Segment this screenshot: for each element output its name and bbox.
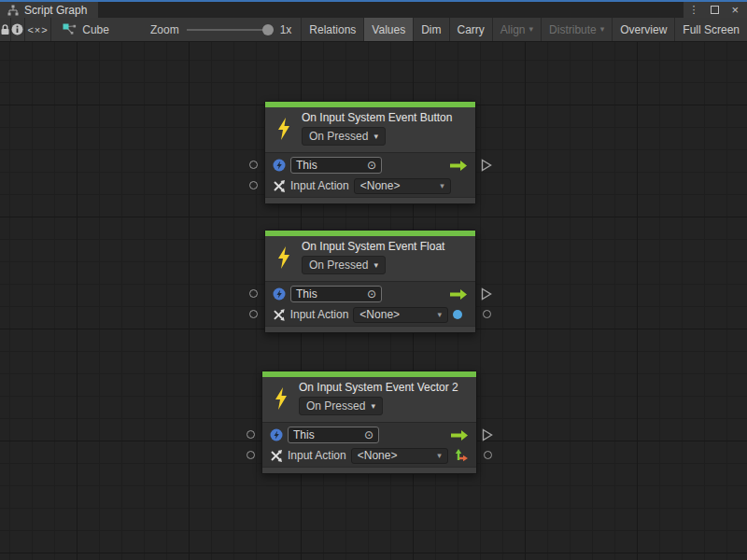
window-menu-icon[interactable]: ⋮ xyxy=(688,5,698,15)
toggle-values[interactable]: Values xyxy=(363,18,413,41)
node-body: This ⊙ Input Action xyxy=(265,152,475,197)
toggle-carry[interactable]: Carry xyxy=(449,18,492,41)
toggle-fullscreen[interactable]: Full Screen xyxy=(674,18,747,41)
event-type-dropdown[interactable]: On Pressed ▾ xyxy=(302,256,386,274)
input-action-label: Input Action xyxy=(290,179,349,192)
tab-script-graph[interactable]: Script Graph xyxy=(0,2,98,18)
unity-script-graph-window: Script Graph ⋮ × <×> xyxy=(0,0,747,560)
input-port-action[interactable] xyxy=(249,181,258,189)
window-focus-highlight xyxy=(0,0,747,2)
input-action-dropdown[interactable]: <None> ▾ xyxy=(354,178,451,194)
toggle-label: Relations xyxy=(309,23,356,36)
vector2-value-icon xyxy=(454,448,469,463)
lock-icon xyxy=(0,24,10,35)
caret-down-icon: ▾ xyxy=(437,452,442,460)
control-flow-arrow-icon xyxy=(450,288,468,301)
node-footer xyxy=(265,326,475,332)
graph-canvas[interactable]: On Input System Event Button On Pressed … xyxy=(0,42,747,560)
lock-button[interactable] xyxy=(0,18,11,41)
maximize-icon[interactable] xyxy=(711,6,719,14)
event-type-value: On Pressed xyxy=(306,399,365,413)
input-port-action[interactable] xyxy=(247,451,255,459)
caret-down-icon: ▾ xyxy=(440,182,444,190)
port-row-input-action: Input Action <None> ▾ xyxy=(273,304,468,325)
zoom-value: 1x xyxy=(280,23,292,36)
input-action-label: Input Action xyxy=(288,449,346,462)
this-object-field[interactable]: This ⊙ xyxy=(290,286,382,302)
input-action-value: <None> xyxy=(360,179,401,192)
info-button[interactable] xyxy=(11,18,25,41)
control-output-port[interactable] xyxy=(481,159,492,172)
input-port-this[interactable] xyxy=(247,430,255,439)
tab-bar: Script Graph ⋮ × xyxy=(0,2,747,18)
caret-down-icon: ▾ xyxy=(529,25,534,34)
port-row-input-action: Input Action <None> ▾ xyxy=(273,175,468,196)
node-on-input-system-event-button[interactable]: On Input System Event Button On Pressed … xyxy=(264,101,476,204)
dropdown-distribute[interactable]: Distribute▾ xyxy=(541,18,612,41)
input-port-this[interactable] xyxy=(249,289,258,298)
control-output xyxy=(450,160,468,172)
gameobject-icon xyxy=(273,287,286,301)
node-on-input-system-event-float[interactable]: On Input System Event Float On Pressed ▾… xyxy=(264,230,476,333)
node-title: On Input System Event Vector 2 xyxy=(299,381,458,394)
event-bolt-icon xyxy=(271,387,291,410)
node-header-text: On Input System Event Vector 2 On Presse… xyxy=(299,381,458,415)
this-object-field[interactable]: This ⊙ xyxy=(290,157,382,174)
zoom-slider-handle[interactable] xyxy=(262,24,274,35)
input-action-label: Input Action xyxy=(290,308,349,321)
toolbar-toggles: Relations Values Dim Carry Align▾ Distri… xyxy=(301,18,747,41)
zoom-slider[interactable] xyxy=(187,24,273,35)
caret-down-icon: ▾ xyxy=(374,133,378,141)
toggle-overview[interactable]: Overview xyxy=(612,18,674,41)
close-icon[interactable]: × xyxy=(731,4,739,16)
this-object-field[interactable]: This ⊙ xyxy=(288,427,379,443)
graph-reference[interactable]: Cube xyxy=(51,18,122,41)
toggle-label: Dim xyxy=(421,23,441,36)
object-picker-icon[interactable]: ⊙ xyxy=(367,288,376,300)
info-icon xyxy=(11,23,23,35)
port-row-input-action: Input Action <None> ▾ xyxy=(270,445,469,466)
control-output-port[interactable] xyxy=(482,428,493,441)
node-footer xyxy=(262,467,476,473)
event-type-value: On Pressed xyxy=(309,259,368,272)
toggle-relations[interactable]: Relations xyxy=(301,18,363,41)
toggle-label: Values xyxy=(372,23,405,36)
control-flow-arrow-icon xyxy=(451,429,469,441)
event-type-dropdown[interactable]: On Pressed ▾ xyxy=(299,397,383,415)
input-action-dropdown[interactable]: <None> ▾ xyxy=(353,307,448,323)
graph-node-icon xyxy=(63,23,77,35)
node-on-input-system-event-vector2[interactable]: On Input System Event Vector 2 On Presse… xyxy=(261,371,477,474)
node-footer xyxy=(265,197,475,203)
node-title: On Input System Event Float xyxy=(302,240,444,253)
object-picker-icon[interactable]: ⊙ xyxy=(364,429,374,441)
toggle-label: Distribute xyxy=(549,23,597,36)
control-output xyxy=(451,429,469,441)
value-output-port[interactable] xyxy=(484,451,492,459)
float-value-icon xyxy=(453,310,462,319)
control-output-port[interactable] xyxy=(481,287,492,301)
value-output-port[interactable] xyxy=(483,310,491,318)
dropdown-align[interactable]: Align▾ xyxy=(492,18,541,41)
this-value: This xyxy=(296,287,317,301)
input-action-value: <None> xyxy=(358,449,398,462)
object-picker-icon[interactable]: ⊙ xyxy=(367,160,376,171)
input-action-dropdown[interactable]: <None> ▾ xyxy=(351,448,448,464)
input-port-action[interactable] xyxy=(249,310,258,318)
zoom-slider-track xyxy=(187,29,273,31)
graph-toolbar: <×> Cube Zoom 1x Relations Values Dim Ca… xyxy=(0,18,747,42)
code-view-button[interactable]: <×> xyxy=(25,18,51,41)
node-header: On Input System Event Float On Pressed ▾ xyxy=(265,236,475,281)
event-type-dropdown[interactable]: On Pressed ▾ xyxy=(302,127,386,146)
port-row-this: This ⊙ xyxy=(273,155,468,175)
event-bolt-icon xyxy=(274,246,294,269)
float-output xyxy=(453,310,468,319)
caret-down-icon: ▾ xyxy=(374,261,378,270)
input-port-this[interactable] xyxy=(249,161,258,169)
window-controls: ⋮ × xyxy=(684,2,747,18)
toggle-dim[interactable]: Dim xyxy=(413,18,448,41)
event-bolt-icon xyxy=(274,118,294,140)
gameobject-icon xyxy=(270,428,283,441)
tab-label: Script Graph xyxy=(24,4,87,17)
vector2-output xyxy=(454,448,469,463)
node-header-text: On Input System Event Button On Pressed … xyxy=(302,111,452,146)
